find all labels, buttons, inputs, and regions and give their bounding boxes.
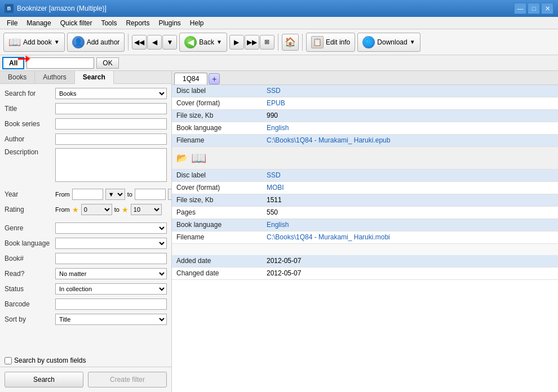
add-author-button[interactable]: 👤 Add author xyxy=(67,33,125,52)
all-search-input[interactable] xyxy=(26,57,94,69)
nav-group: ◀◀ ◀ ▼ xyxy=(132,35,177,50)
download-dropdown-icon: ▼ xyxy=(410,39,415,45)
tab-authors[interactable]: Authors xyxy=(35,71,74,83)
add-book-dropdown-icon: ▼ xyxy=(54,39,60,45)
tab-search[interactable]: Search xyxy=(75,71,114,84)
book-language-row: Book language xyxy=(5,237,167,250)
back-label: Back xyxy=(199,38,214,46)
detail-value[interactable]: SSD xyxy=(262,85,558,97)
detail-value: 2012-05-07 xyxy=(262,268,558,279)
detail-value[interactable]: English xyxy=(262,122,558,134)
book-tabs: 1Q84 + xyxy=(172,71,558,85)
toolbar-separator-3 xyxy=(302,34,303,51)
read-row: Read? No matter Yes No xyxy=(5,268,167,280)
tab-books[interactable]: Books xyxy=(0,71,35,83)
create-filter-button[interactable]: Create filter xyxy=(88,372,167,387)
add-book-button[interactable]: 📖 Add book ▼ xyxy=(3,33,65,52)
detail-key: Filename xyxy=(172,135,262,146)
menu-tools[interactable]: Tools xyxy=(96,18,121,28)
sort-by-select[interactable]: Title Author Year Rating Added date xyxy=(55,314,167,325)
search-button[interactable]: Search xyxy=(5,372,83,387)
home-icon: 🏠 xyxy=(285,37,296,47)
close-button[interactable]: ✕ xyxy=(541,3,553,14)
detail-value[interactable]: SSD xyxy=(262,170,558,181)
year-to-input[interactable] xyxy=(135,189,166,200)
year-range: From ▼ to ▼ xyxy=(55,189,171,200)
detail-row-filesize-1: File size, Kb 990 xyxy=(172,110,558,122)
rating-to-select[interactable]: 1005 xyxy=(131,204,162,215)
detail-key: Disc label xyxy=(172,170,262,181)
barcode-input[interactable] xyxy=(55,299,167,310)
section-divider-1: 📂 📖 xyxy=(172,147,558,170)
all-button[interactable]: All xyxy=(2,57,24,69)
detail-row-disc-label-1: Disc label SSD xyxy=(172,85,558,97)
book-series-input[interactable] xyxy=(55,118,167,130)
year-from-label: From xyxy=(55,191,70,198)
status-row: Status In collection Wishlist Sold Borro… xyxy=(5,283,167,295)
year-from-select[interactable]: ▼ xyxy=(105,189,125,200)
add-tab-button[interactable]: + xyxy=(209,73,220,84)
prev-prev-button[interactable]: ◀◀ xyxy=(132,35,147,50)
menu-help[interactable]: Help xyxy=(185,18,209,28)
detail-value[interactable]: C:\Books\1Q84 - Murakami_ Haruki.epub xyxy=(262,135,558,146)
detail-key: Cover (format) xyxy=(172,182,262,194)
download-button[interactable]: 🌐 Download ▼ xyxy=(357,33,420,52)
menu-plugins[interactable]: Plugins xyxy=(154,18,185,28)
detail-value[interactable]: MOBI xyxy=(262,182,558,194)
custom-fields-checkbox[interactable] xyxy=(5,357,12,364)
globe-icon: 🌐 xyxy=(362,36,375,48)
detail-row-changed-date: Changed date 2012-05-07 xyxy=(172,268,558,280)
rating-from-select[interactable]: 012510 xyxy=(81,204,112,215)
maximize-button[interactable]: □ xyxy=(528,3,540,14)
back-button[interactable]: ◀ Back ▼ xyxy=(179,33,227,52)
home-button[interactable]: 🏠 xyxy=(282,34,299,51)
next-button[interactable]: ▶ xyxy=(229,35,244,50)
detail-row-lang-2: Book language English xyxy=(172,219,558,231)
menu-reports[interactable]: Reports xyxy=(121,18,154,28)
detail-key: Changed date xyxy=(172,268,262,279)
description-label: Description xyxy=(5,148,55,156)
search-form: Search for Books Authors Series Title Bo… xyxy=(0,84,171,354)
status-select[interactable]: In collection Wishlist Sold Borrowed xyxy=(55,283,167,295)
detail-value: 2012-05-07 xyxy=(262,255,558,267)
add-author-label: Add author xyxy=(87,38,120,46)
star-icon-from: ★ xyxy=(72,206,79,214)
year-from-input[interactable] xyxy=(72,189,103,200)
left-panel: Books Authors Search Search for Books Au… xyxy=(0,71,172,392)
detail-row-filename-2: Filename C:\Books\1Q84 - Murakami_ Haruk… xyxy=(172,231,558,244)
nav2-dropdown[interactable]: ⊞ xyxy=(260,35,274,50)
detail-value[interactable]: English xyxy=(262,219,558,231)
search-for-select[interactable]: Books Authors Series xyxy=(55,88,167,99)
custom-fields-row: Search by custom fields xyxy=(0,354,171,367)
search-buttons: Search Create filter xyxy=(0,367,171,392)
menu-manage[interactable]: Manage xyxy=(22,18,55,28)
book-num-input[interactable] xyxy=(55,253,167,264)
book-tab-1q84[interactable]: 1Q84 xyxy=(174,73,207,84)
detail-key: Added date xyxy=(172,255,262,267)
description-input[interactable] xyxy=(55,148,167,182)
read-select[interactable]: No matter Yes No xyxy=(55,268,167,279)
detail-value[interactable]: EPUB xyxy=(262,97,558,109)
ok-button[interactable]: OK xyxy=(96,57,118,69)
sort-by-label: Sort by xyxy=(5,315,55,323)
detail-row-cover-1: Cover (format) EPUB xyxy=(172,97,558,110)
author-input[interactable] xyxy=(55,133,167,145)
genre-select[interactable] xyxy=(55,222,167,234)
year-to-select[interactable]: ▼ xyxy=(168,189,171,200)
edit-info-button[interactable]: 📋 Edit info xyxy=(306,33,355,52)
menu-file[interactable]: File xyxy=(2,18,22,28)
nav-dropdown[interactable]: ▼ xyxy=(162,35,177,50)
rating-to-label: to xyxy=(114,206,119,213)
folder-icon: 📂 xyxy=(176,153,188,163)
detail-row-cover-2: Cover (format) MOBI xyxy=(172,182,558,194)
book-language-select[interactable] xyxy=(55,238,167,249)
detail-value[interactable]: C:\Books\1Q84 - Murakami_ Haruki.mobi xyxy=(262,231,558,243)
prev-button[interactable]: ◀ xyxy=(147,35,162,50)
next-next-button[interactable]: ▶▶ xyxy=(245,35,259,50)
title-bar-text: Booknizer [amazon (Multiple)] xyxy=(17,5,107,12)
minimize-button[interactable]: — xyxy=(514,3,526,14)
rating-from-label: From xyxy=(55,206,70,213)
detail-key: Filename xyxy=(172,231,262,243)
title-input[interactable] xyxy=(55,103,167,114)
menu-quickfilter[interactable]: Quick filter xyxy=(56,18,97,28)
